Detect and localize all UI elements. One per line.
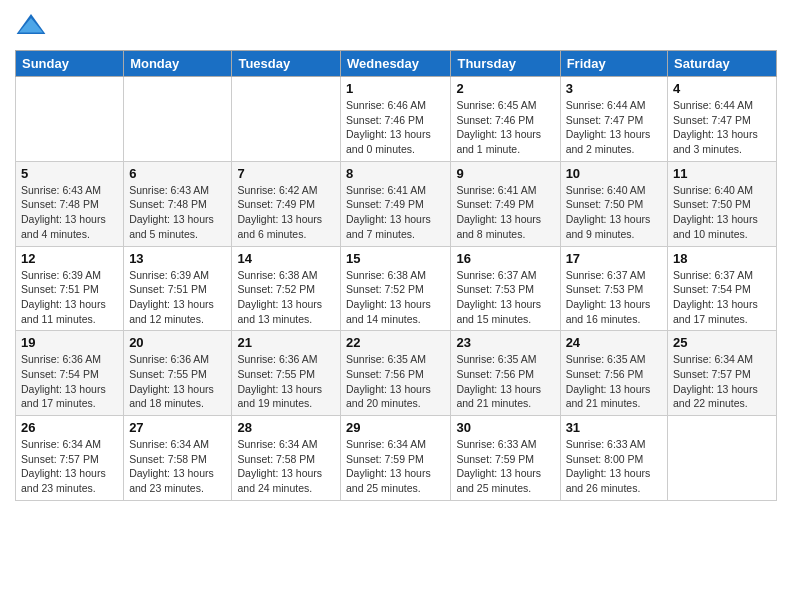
day-info: Sunrise: 6:40 AMSunset: 7:50 PMDaylight:… [673,183,771,242]
calendar-cell: 16Sunrise: 6:37 AMSunset: 7:53 PMDayligh… [451,246,560,331]
day-info: Sunrise: 6:37 AMSunset: 7:53 PMDaylight:… [456,268,554,327]
calendar-body: 1Sunrise: 6:46 AMSunset: 7:46 PMDaylight… [16,77,777,501]
day-info: Sunrise: 6:42 AMSunset: 7:49 PMDaylight:… [237,183,335,242]
day-number: 13 [129,251,226,266]
day-number: 5 [21,166,118,181]
day-number: 25 [673,335,771,350]
calendar-cell: 19Sunrise: 6:36 AMSunset: 7:54 PMDayligh… [16,331,124,416]
day-number: 17 [566,251,662,266]
day-info: Sunrise: 6:37 AMSunset: 7:53 PMDaylight:… [566,268,662,327]
calendar-cell [232,77,341,162]
calendar-cell: 1Sunrise: 6:46 AMSunset: 7:46 PMDaylight… [341,77,451,162]
weekday-header-thursday: Thursday [451,51,560,77]
day-number: 29 [346,420,445,435]
weekday-header-monday: Monday [124,51,232,77]
calendar-cell: 15Sunrise: 6:38 AMSunset: 7:52 PMDayligh… [341,246,451,331]
day-number: 4 [673,81,771,96]
day-number: 2 [456,81,554,96]
day-number: 31 [566,420,662,435]
day-info: Sunrise: 6:36 AMSunset: 7:54 PMDaylight:… [21,352,118,411]
day-number: 3 [566,81,662,96]
day-number: 12 [21,251,118,266]
weekday-header-tuesday: Tuesday [232,51,341,77]
calendar-cell: 17Sunrise: 6:37 AMSunset: 7:53 PMDayligh… [560,246,667,331]
day-info: Sunrise: 6:45 AMSunset: 7:46 PMDaylight:… [456,98,554,157]
calendar-cell [124,77,232,162]
calendar-week-2: 5Sunrise: 6:43 AMSunset: 7:48 PMDaylight… [16,161,777,246]
calendar-cell: 25Sunrise: 6:34 AMSunset: 7:57 PMDayligh… [668,331,777,416]
day-info: Sunrise: 6:41 AMSunset: 7:49 PMDaylight:… [456,183,554,242]
calendar-cell: 27Sunrise: 6:34 AMSunset: 7:58 PMDayligh… [124,416,232,501]
calendar-cell: 12Sunrise: 6:39 AMSunset: 7:51 PMDayligh… [16,246,124,331]
calendar-cell: 11Sunrise: 6:40 AMSunset: 7:50 PMDayligh… [668,161,777,246]
calendar-cell: 13Sunrise: 6:39 AMSunset: 7:51 PMDayligh… [124,246,232,331]
day-info: Sunrise: 6:33 AMSunset: 8:00 PMDaylight:… [566,437,662,496]
day-number: 9 [456,166,554,181]
day-info: Sunrise: 6:35 AMSunset: 7:56 PMDaylight:… [456,352,554,411]
calendar-cell: 22Sunrise: 6:35 AMSunset: 7:56 PMDayligh… [341,331,451,416]
calendar-cell: 31Sunrise: 6:33 AMSunset: 8:00 PMDayligh… [560,416,667,501]
calendar-cell: 21Sunrise: 6:36 AMSunset: 7:55 PMDayligh… [232,331,341,416]
calendar-week-3: 12Sunrise: 6:39 AMSunset: 7:51 PMDayligh… [16,246,777,331]
day-number: 21 [237,335,335,350]
day-info: Sunrise: 6:37 AMSunset: 7:54 PMDaylight:… [673,268,771,327]
day-number: 8 [346,166,445,181]
header [15,10,777,42]
day-info: Sunrise: 6:38 AMSunset: 7:52 PMDaylight:… [346,268,445,327]
weekday-header-friday: Friday [560,51,667,77]
day-info: Sunrise: 6:40 AMSunset: 7:50 PMDaylight:… [566,183,662,242]
day-info: Sunrise: 6:35 AMSunset: 7:56 PMDaylight:… [346,352,445,411]
day-info: Sunrise: 6:34 AMSunset: 7:58 PMDaylight:… [237,437,335,496]
calendar-cell: 4Sunrise: 6:44 AMSunset: 7:47 PMDaylight… [668,77,777,162]
logo-icon [15,10,47,42]
day-info: Sunrise: 6:39 AMSunset: 7:51 PMDaylight:… [21,268,118,327]
calendar-cell: 18Sunrise: 6:37 AMSunset: 7:54 PMDayligh… [668,246,777,331]
calendar-cell: 30Sunrise: 6:33 AMSunset: 7:59 PMDayligh… [451,416,560,501]
day-number: 27 [129,420,226,435]
calendar-cell: 9Sunrise: 6:41 AMSunset: 7:49 PMDaylight… [451,161,560,246]
calendar-cell: 7Sunrise: 6:42 AMSunset: 7:49 PMDaylight… [232,161,341,246]
day-info: Sunrise: 6:44 AMSunset: 7:47 PMDaylight:… [673,98,771,157]
calendar-cell: 6Sunrise: 6:43 AMSunset: 7:48 PMDaylight… [124,161,232,246]
day-number: 1 [346,81,445,96]
day-number: 24 [566,335,662,350]
day-info: Sunrise: 6:34 AMSunset: 7:58 PMDaylight:… [129,437,226,496]
day-number: 18 [673,251,771,266]
day-number: 23 [456,335,554,350]
calendar-cell: 29Sunrise: 6:34 AMSunset: 7:59 PMDayligh… [341,416,451,501]
calendar-week-5: 26Sunrise: 6:34 AMSunset: 7:57 PMDayligh… [16,416,777,501]
weekday-header-saturday: Saturday [668,51,777,77]
calendar-cell [668,416,777,501]
day-number: 7 [237,166,335,181]
day-number: 28 [237,420,335,435]
calendar-cell: 14Sunrise: 6:38 AMSunset: 7:52 PMDayligh… [232,246,341,331]
day-info: Sunrise: 6:38 AMSunset: 7:52 PMDaylight:… [237,268,335,327]
weekday-header-sunday: Sunday [16,51,124,77]
calendar-cell: 5Sunrise: 6:43 AMSunset: 7:48 PMDaylight… [16,161,124,246]
calendar-cell: 8Sunrise: 6:41 AMSunset: 7:49 PMDaylight… [341,161,451,246]
calendar-cell: 2Sunrise: 6:45 AMSunset: 7:46 PMDaylight… [451,77,560,162]
day-info: Sunrise: 6:46 AMSunset: 7:46 PMDaylight:… [346,98,445,157]
logo [15,10,51,42]
calendar-header: SundayMondayTuesdayWednesdayThursdayFrid… [16,51,777,77]
day-number: 14 [237,251,335,266]
day-info: Sunrise: 6:34 AMSunset: 7:59 PMDaylight:… [346,437,445,496]
weekday-row: SundayMondayTuesdayWednesdayThursdayFrid… [16,51,777,77]
day-info: Sunrise: 6:41 AMSunset: 7:49 PMDaylight:… [346,183,445,242]
calendar-cell: 28Sunrise: 6:34 AMSunset: 7:58 PMDayligh… [232,416,341,501]
calendar-cell: 23Sunrise: 6:35 AMSunset: 7:56 PMDayligh… [451,331,560,416]
day-number: 6 [129,166,226,181]
calendar: SundayMondayTuesdayWednesdayThursdayFrid… [15,50,777,501]
calendar-cell: 3Sunrise: 6:44 AMSunset: 7:47 PMDaylight… [560,77,667,162]
day-info: Sunrise: 6:35 AMSunset: 7:56 PMDaylight:… [566,352,662,411]
day-info: Sunrise: 6:39 AMSunset: 7:51 PMDaylight:… [129,268,226,327]
day-number: 10 [566,166,662,181]
day-number: 20 [129,335,226,350]
calendar-cell: 10Sunrise: 6:40 AMSunset: 7:50 PMDayligh… [560,161,667,246]
day-info: Sunrise: 6:44 AMSunset: 7:47 PMDaylight:… [566,98,662,157]
day-info: Sunrise: 6:43 AMSunset: 7:48 PMDaylight:… [129,183,226,242]
page: SundayMondayTuesdayWednesdayThursdayFrid… [0,0,792,612]
day-number: 16 [456,251,554,266]
day-info: Sunrise: 6:34 AMSunset: 7:57 PMDaylight:… [21,437,118,496]
day-number: 30 [456,420,554,435]
